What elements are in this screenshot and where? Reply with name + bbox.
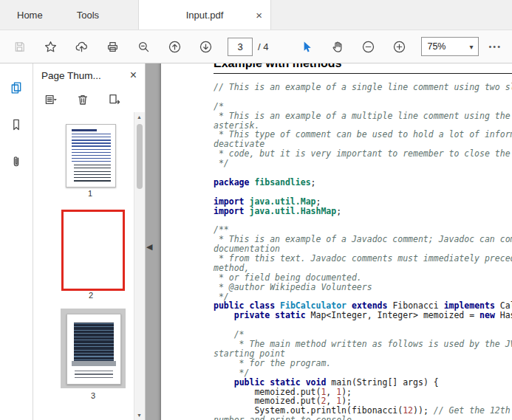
extract-page-icon — [107, 92, 122, 107]
acrobat-window: Home Tools Input.pdf × — [0, 0, 512, 420]
code-block: // This is an example of a single line c… — [214, 83, 512, 420]
code-line — [214, 216, 512, 225]
thumbnail-list: 1 2 3 ▲ ▼ — [33, 112, 145, 420]
panel-toolbar — [33, 87, 145, 112]
print-button[interactable] — [100, 35, 125, 58]
code-line: * for the program. — [214, 359, 512, 368]
paperclip-icon — [9, 154, 24, 169]
scroll-down-icon[interactable]: ▼ — [134, 413, 144, 418]
code-line: private static Map<Integer, Integer> mem… — [214, 311, 512, 320]
thumbnail-1-content — [74, 165, 111, 182]
thumbnail-3-image — [72, 361, 116, 366]
thumbnail-3-image — [72, 320, 116, 367]
code-line: package fibsandlies; — [214, 178, 512, 187]
code-line: import java.util.HashMap; — [214, 207, 512, 216]
minus-circle-icon — [361, 40, 375, 54]
chevron-down-icon: ▾ — [469, 43, 473, 51]
code-line — [214, 320, 512, 330]
save-icon — [13, 40, 27, 54]
zoom-level-value: 75% — [427, 41, 446, 52]
view-tools — [294, 35, 412, 58]
zoom-level-dropdown[interactable]: 75% ▾ — [421, 37, 479, 56]
options-menu-icon — [44, 92, 58, 107]
cloud-upload-icon — [75, 40, 89, 54]
trash-icon — [75, 92, 90, 107]
pages-icon — [9, 80, 24, 95]
star-button[interactable] — [38, 35, 63, 58]
bookmark-icon — [9, 117, 24, 132]
code-line: // This is an example of a single line c… — [214, 83, 512, 92]
page-navigation: / 4 — [228, 38, 268, 56]
code-line: * code, but it is very important to reme… — [214, 149, 512, 159]
code-line: */ — [214, 159, 512, 168]
thumbnail-2-label: 2 — [61, 291, 120, 300]
panel-title: Page Thum... — [41, 70, 101, 81]
page-thumbnails-button[interactable] — [6, 78, 27, 97]
collapse-panel-button[interactable]: ◀ — [146, 242, 152, 252]
save-button[interactable] — [7, 35, 32, 58]
scrollbar-thumb[interactable] — [137, 124, 143, 189]
select-tool-button[interactable] — [294, 35, 318, 58]
close-icon[interactable]: × — [130, 69, 137, 81]
document-tab-label: Input.pdf — [186, 10, 224, 21]
thumbnail-page-3[interactable] — [66, 314, 121, 385]
zoom-out-button[interactable] — [356, 35, 380, 58]
plus-circle-icon — [392, 40, 406, 54]
zoom-in-button[interactable] — [387, 35, 412, 58]
page-up-button[interactable] — [163, 35, 187, 58]
tab-bar: Home Tools Input.pdf × — [0, 0, 512, 30]
panel-scrollbar[interactable]: ▲ ▼ — [134, 112, 145, 420]
tab-home[interactable]: Home — [0, 0, 60, 30]
code-line — [214, 92, 512, 102]
navigation-icon-strip — [0, 63, 33, 420]
delete-pages-button[interactable] — [72, 90, 94, 109]
search-button[interactable] — [132, 35, 156, 58]
page-total-label: / 4 — [258, 41, 268, 52]
page-number-input[interactable] — [228, 38, 253, 56]
share-button[interactable] — [69, 35, 94, 58]
tab-tools[interactable]: Tools — [60, 0, 116, 30]
hand-tool-button[interactable] — [325, 35, 349, 58]
page-down-button[interactable] — [194, 35, 218, 58]
printer-icon — [106, 40, 120, 54]
thumbnail-3-content — [75, 371, 113, 379]
document-tab[interactable]: Input.pdf × — [138, 0, 271, 30]
code-line: number and print to console — [214, 416, 512, 420]
code-line: * from this text. Javadoc comments must … — [214, 254, 512, 264]
document-canvas[interactable]: Example with methods // This is an examp… — [146, 63, 512, 420]
page-thumbnails-panel: Page Thum... × — [33, 63, 146, 420]
thumbnail-page-2-selected[interactable] — [61, 210, 125, 291]
thumbnail-1-content — [72, 129, 97, 131]
close-icon[interactable]: × — [256, 10, 262, 21]
arrow-down-circle-icon — [199, 40, 213, 54]
thumbnail-page-1[interactable] — [66, 124, 116, 187]
magnifier-icon — [137, 40, 151, 54]
pdf-page: Example with methods // This is an examp… — [161, 63, 512, 420]
arrow-up-circle-icon — [168, 40, 182, 54]
thumbnail-options-button[interactable] — [40, 90, 62, 109]
thumbnail-1-label: 1 — [66, 189, 115, 198]
bookmarks-button[interactable] — [6, 115, 27, 134]
attachments-button[interactable] — [6, 152, 27, 171]
main-toolbar: / 4 — [0, 30, 512, 63]
star-icon — [44, 40, 58, 54]
more-tools-button[interactable]: ••• — [488, 42, 502, 51]
panel-header: Page Thum... × — [33, 63, 145, 87]
extract-page-button[interactable] — [103, 90, 126, 109]
code-line: * @author Wikipedia Volunteers — [214, 283, 512, 292]
thumbnail-3-label: 3 — [61, 391, 126, 400]
hand-icon — [330, 40, 344, 54]
cursor-icon — [299, 40, 313, 54]
main-area: Page Thum... × — [0, 63, 512, 420]
page-heading: Example with methods — [214, 63, 512, 74]
scroll-up-icon[interactable]: ▲ — [134, 114, 144, 120]
thumbnail-1-content — [72, 134, 111, 162]
